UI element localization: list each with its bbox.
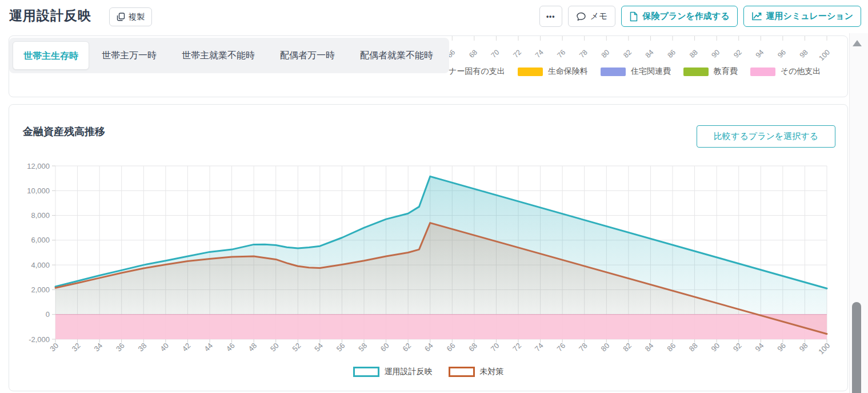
- legend-label: 運用設計反映: [385, 367, 433, 377]
- legend-swatch: [353, 367, 379, 377]
- copy-button-label: 複製: [129, 12, 145, 22]
- legend-swatch: [750, 68, 775, 76]
- cashflow-legend: ナー固有の支出生命保険料住宅関連費教育費その他支出: [449, 66, 828, 77]
- more-options-button[interactable]: •••: [539, 6, 562, 27]
- simulation-button-label: 運用シミュレーション: [766, 11, 853, 22]
- balance-legend-item: 運用設計反映: [353, 367, 433, 377]
- line-chart-icon: [751, 11, 762, 21]
- page-root: 運用設計反映 複製 ••• メモ 保険プランを作成する: [0, 0, 868, 393]
- memo-button[interactable]: メモ: [568, 6, 616, 27]
- tab-scenario-1[interactable]: 世帯主万一時: [89, 41, 169, 70]
- header-actions: ••• メモ 保険プランを作成する 運用シミュレーション: [539, 6, 861, 27]
- legend-swatch: [449, 367, 475, 377]
- copy-icon: [117, 13, 125, 21]
- legend-label: 住宅関連費: [631, 66, 671, 77]
- tab-scenario-2[interactable]: 世帯主就業不能時: [169, 41, 267, 70]
- legend-label: 教育費: [714, 66, 738, 77]
- speech-bubble-icon: [576, 11, 586, 22]
- tab-scenario-0[interactable]: 世帯主生存時: [13, 41, 89, 70]
- page-title: 運用設計反映: [9, 7, 91, 25]
- legend-label: ナー固有の支出: [449, 66, 505, 77]
- balance-chart-legend: 運用設計反映未対策: [9, 367, 848, 377]
- simulation-button[interactable]: 運用シミュレーション: [743, 6, 861, 27]
- legend-label: その他支出: [781, 66, 821, 77]
- legend-label: 未対策: [480, 367, 504, 377]
- legend-swatch: [601, 68, 626, 76]
- cashflow-legend-item: 住宅関連費: [601, 66, 671, 77]
- scroll-up-arrow-icon[interactable]: [853, 40, 862, 46]
- legend-swatch: [518, 68, 543, 76]
- balance-chart-title: 金融資産残高推移: [23, 125, 105, 138]
- scenario-tabs: 世帯主生存時世帯主万一時世帯主就業不能時配偶者万一時配偶者就業不能時: [9, 38, 449, 73]
- legend-label: 生命保険料: [548, 66, 588, 77]
- memo-button-label: メモ: [590, 11, 608, 22]
- compare-plan-button[interactable]: 比較するプランを選択する: [697, 125, 835, 148]
- tab-scenario-4[interactable]: 配偶者就業不能時: [347, 41, 446, 70]
- create-insurance-plan-button[interactable]: 保険プランを作成する: [621, 6, 737, 27]
- create-insurance-plan-label: 保険プランを作成する: [642, 11, 729, 22]
- cashflow-legend-item: その他支出: [750, 66, 821, 77]
- cashflow-legend-item: ナー固有の支出: [449, 66, 505, 77]
- document-icon: [629, 11, 638, 22]
- scrollbar-thumb[interactable]: [852, 302, 861, 393]
- scrollbar-track[interactable]: [849, 33, 868, 393]
- cashflow-legend-item: 教育費: [683, 66, 738, 77]
- balance-legend-item: 未対策: [449, 367, 504, 377]
- tab-scenario-3[interactable]: 配偶者万一時: [267, 41, 347, 70]
- copy-button[interactable]: 複製: [109, 7, 152, 26]
- legend-swatch: [683, 68, 709, 76]
- more-options-icon: •••: [546, 13, 555, 21]
- cashflow-legend-item: 生命保険料: [518, 66, 588, 77]
